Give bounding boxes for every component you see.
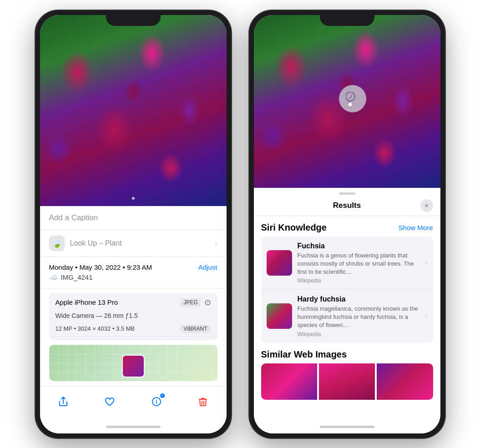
date-row: Monday • May 30, 2022 • 9:23 AM Adjust [49, 263, 217, 271]
exif-row: ISO 50 | 26 mm | 0 ev | ƒ1.5 | 1/181 s [49, 337, 217, 340]
lookup-subject: Plant [105, 239, 121, 247]
svg-text:i: i [156, 398, 157, 405]
fuchsia-name: Fuchsia [298, 242, 420, 250]
results-content: Siri Knowledge Show More Fuchsia Fuchsia… [254, 216, 440, 421]
similar-image-3[interactable] [377, 363, 433, 400]
map-area[interactable] [49, 345, 217, 381]
knowledge-item-fuchsia[interactable]: Fuchsia Fuchsia is a genus of flowering … [261, 237, 433, 290]
share-button[interactable] [53, 392, 73, 412]
camera-options-icon[interactable]: ⊙ [204, 297, 211, 307]
focus-dot [348, 102, 352, 106]
cloud-icon: ☁️ [49, 273, 58, 282]
photo-display[interactable] [40, 15, 227, 206]
page-indicator [132, 197, 135, 200]
lookup-row[interactable]: 🍃 Look Up – Plant › [40, 230, 227, 257]
visual-lookup-icon: 🍃 [49, 236, 65, 251]
leaf-icon: 🍃 [52, 238, 62, 248]
home-bar-2 [320, 426, 374, 428]
sheet-handle [339, 192, 355, 195]
chevron-right-icon: › [215, 239, 217, 247]
aperture-value: ƒ1.5 [161, 340, 172, 340]
sheet-header: Results × [254, 197, 440, 216]
home-indicator-2 [254, 421, 440, 433]
lookup-label: Look Up – [70, 239, 103, 247]
phone1-screen: Add a Caption 🍃 Look Up – Plant › Mond [40, 15, 227, 433]
jpeg-badge: JPEG [181, 298, 200, 307]
notch-2 [320, 10, 374, 26]
map-thumbnail [122, 355, 145, 378]
device-section: Apple iPhone 13 Pro JPEG ⊙ Wide Camera —… [49, 293, 217, 340]
fuchsia-desc: Fuchsia is a genus of flowering plants t… [298, 252, 420, 277]
vibrant-badge: VIBRANT [180, 325, 211, 333]
hardy-desc: Fuchsia magellanica, commonly known as t… [298, 305, 420, 330]
chevron-right-hardy: › [425, 312, 428, 320]
siri-knowledge-header: Siri Knowledge Show More [261, 216, 433, 237]
photo-display-2[interactable] [254, 15, 440, 188]
filename-row: ☁️ IMG_4241 [49, 273, 217, 282]
home-indicator [40, 421, 227, 433]
phone2-screen: Results × Siri Knowledge Show More [254, 15, 440, 433]
lookup-text: Look Up – Plant [70, 239, 122, 247]
hardy-source: Wikipedia [298, 331, 420, 337]
favorite-button[interactable] [100, 392, 120, 412]
ev-value: 0 ev [130, 340, 141, 340]
phone-2: Results × Siri Knowledge Show More [249, 10, 445, 438]
device-badges: JPEG ⊙ [181, 297, 211, 307]
fuchsia-source: Wikipedia [298, 277, 420, 284]
specs-row: 12 MP • 3024 × 4032 • 3.5 MB VIBRANT [49, 323, 217, 337]
notch [106, 10, 161, 26]
sheet-title: Results [274, 201, 420, 210]
device-name: Apple iPhone 13 Pro [56, 298, 118, 306]
delete-button[interactable] [193, 392, 213, 412]
knowledge-card: Fuchsia Fuchsia is a genus of flowering … [261, 237, 433, 343]
results-sheet: Results × Siri Knowledge Show More [254, 188, 440, 433]
hardy-thumbnail [267, 303, 292, 329]
similar-image-2[interactable] [319, 363, 375, 400]
focal-length: 26 mm [93, 340, 111, 340]
camera-description: Wide Camera — 26 mm ƒ1.5 [49, 312, 217, 323]
similar-images-grid [261, 363, 433, 400]
siri-knowledge-title: Siri Knowledge [261, 222, 327, 233]
hardy-info: Hardy fuchsia Fuchsia magellanica, commo… [298, 295, 420, 337]
iso-value: ISO 50 [56, 340, 74, 340]
show-more-button[interactable]: Show More [399, 224, 433, 232]
shutter-speed: 1/181 s [192, 340, 211, 340]
info-button[interactable]: i i [147, 392, 167, 412]
similar-image-1[interactable] [261, 363, 317, 400]
bottom-toolbar: i i [40, 386, 227, 421]
phone-1: Add a Caption 🍃 Look Up – Plant › Mond [35, 10, 231, 438]
chevron-right-fuchsia: › [425, 259, 428, 267]
knowledge-item-hardy[interactable]: Hardy fuchsia Fuchsia magellanica, commo… [261, 290, 433, 343]
device-header: Apple iPhone 13 Pro JPEG ⊙ [49, 293, 217, 312]
flower-image [40, 15, 227, 206]
photo-date: Monday • May 30, 2022 • 9:23 AM [49, 263, 152, 271]
specs-text: 12 MP • 3024 × 4032 • 3.5 MB [56, 325, 135, 332]
main-container: Add a Caption 🍃 Look Up – Plant › Mond [0, 0, 480, 448]
adjust-button[interactable]: Adjust [198, 263, 217, 271]
similar-images-title: Similar Web Images [261, 343, 433, 363]
filename: IMG_4241 [61, 273, 93, 281]
close-button[interactable]: × [420, 199, 433, 212]
visual-search-badge [339, 85, 366, 112]
info-panel: Add a Caption 🍃 Look Up – Plant › Mond [40, 206, 227, 386]
metadata-section: Monday • May 30, 2022 • 9:23 AM Adjust ☁… [40, 257, 227, 288]
home-bar [106, 426, 161, 428]
hardy-name: Hardy fuchsia [298, 295, 420, 303]
caption-input[interactable]: Add a Caption [40, 206, 227, 230]
fuchsia-info: Fuchsia Fuchsia is a genus of flowering … [298, 242, 420, 284]
fuchsia-thumbnail [267, 250, 292, 276]
